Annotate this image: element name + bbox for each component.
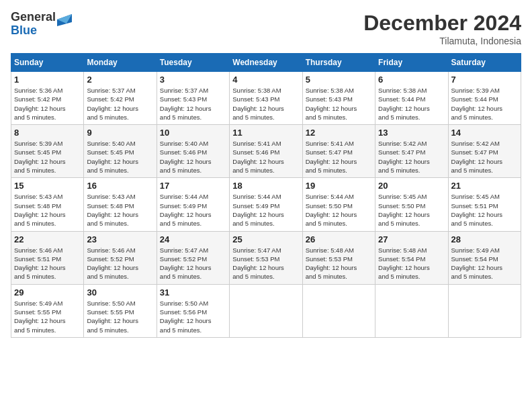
header-thursday: Thursday: [302, 54, 375, 72]
empty-cell-w4-6: [448, 284, 521, 337]
day-cell-8: 8Sunrise: 5:39 AMSunset: 5:45 PMDaylight…: [11, 125, 84, 178]
location-subtitle: Tilamuta, Indonesia: [363, 36, 521, 46]
day-info-24: Sunrise: 5:47 AMSunset: 5:52 PMDaylight:…: [160, 246, 226, 281]
day-cell-22: 22Sunrise: 5:46 AMSunset: 5:51 PMDayligh…: [11, 231, 84, 284]
day-cell-13: 13Sunrise: 5:42 AMSunset: 5:47 PMDayligh…: [375, 125, 448, 178]
day-info-21: Sunrise: 5:45 AMSunset: 5:51 PMDaylight:…: [451, 192, 518, 228]
day-number-31: 31: [160, 287, 226, 298]
day-number-9: 9: [87, 128, 153, 138]
day-number-29: 29: [14, 287, 81, 298]
day-cell-26: 26Sunrise: 5:48 AMSunset: 5:53 PMDayligh…: [302, 231, 375, 284]
day-cell-1: 1Sunrise: 5:36 AMSunset: 5:42 PMDaylight…: [11, 72, 84, 125]
header-monday: Monday: [84, 54, 157, 72]
day-cell-14: 14Sunrise: 5:42 AMSunset: 5:47 PMDayligh…: [448, 125, 521, 178]
week-row-2: 8Sunrise: 5:39 AMSunset: 5:45 PMDaylight…: [11, 125, 521, 178]
day-cell-18: 18Sunrise: 5:44 AMSunset: 5:49 PMDayligh…: [230, 178, 302, 231]
day-info-13: Sunrise: 5:42 AMSunset: 5:47 PMDaylight:…: [378, 139, 445, 175]
day-info-14: Sunrise: 5:42 AMSunset: 5:47 PMDaylight:…: [451, 139, 518, 175]
day-cell-4: 4Sunrise: 5:38 AMSunset: 5:43 PMDaylight…: [230, 72, 302, 125]
day-cell-25: 25Sunrise: 5:47 AMSunset: 5:53 PMDayligh…: [230, 231, 302, 284]
day-number-21: 21: [451, 181, 518, 191]
day-info-9: Sunrise: 5:40 AMSunset: 5:45 PMDaylight:…: [87, 139, 153, 175]
day-number-14: 14: [451, 128, 518, 138]
day-info-10: Sunrise: 5:40 AMSunset: 5:46 PMDaylight:…: [160, 139, 226, 175]
day-number-1: 1: [14, 75, 81, 85]
day-info-31: Sunrise: 5:50 AMSunset: 5:56 PMDaylight:…: [160, 299, 226, 334]
day-info-3: Sunrise: 5:37 AMSunset: 5:43 PMDaylight:…: [160, 86, 226, 122]
day-info-22: Sunrise: 5:46 AMSunset: 5:51 PMDaylight:…: [14, 246, 81, 281]
day-cell-20: 20Sunrise: 5:45 AMSunset: 5:50 PMDayligh…: [375, 178, 448, 231]
day-info-7: Sunrise: 5:39 AMSunset: 5:44 PMDaylight:…: [451, 86, 518, 122]
day-info-30: Sunrise: 5:50 AMSunset: 5:55 PMDaylight:…: [87, 299, 153, 334]
day-number-17: 17: [160, 181, 226, 191]
header-friday: Friday: [375, 54, 448, 72]
day-cell-3: 3Sunrise: 5:37 AMSunset: 5:43 PMDaylight…: [157, 72, 229, 125]
day-cell-27: 27Sunrise: 5:48 AMSunset: 5:54 PMDayligh…: [375, 231, 448, 284]
day-info-15: Sunrise: 5:43 AMSunset: 5:48 PMDaylight:…: [14, 192, 81, 228]
day-info-2: Sunrise: 5:37 AMSunset: 5:42 PMDaylight:…: [87, 86, 153, 122]
day-info-26: Sunrise: 5:48 AMSunset: 5:53 PMDaylight:…: [306, 246, 372, 281]
day-info-16: Sunrise: 5:43 AMSunset: 5:48 PMDaylight:…: [87, 192, 153, 228]
day-number-4: 4: [232, 75, 299, 85]
header-wednesday: Wednesday: [230, 54, 302, 72]
header-sunday: Sunday: [11, 54, 84, 72]
day-cell-30: 30Sunrise: 5:50 AMSunset: 5:55 PMDayligh…: [84, 284, 157, 337]
day-number-27: 27: [378, 234, 445, 244]
day-number-19: 19: [306, 181, 372, 191]
week-row-5: 29Sunrise: 5:49 AMSunset: 5:55 PMDayligh…: [11, 284, 521, 337]
day-info-29: Sunrise: 5:49 AMSunset: 5:55 PMDaylight:…: [14, 299, 81, 334]
day-cell-5: 5Sunrise: 5:38 AMSunset: 5:43 PMDaylight…: [302, 72, 375, 125]
day-info-25: Sunrise: 5:47 AMSunset: 5:53 PMDaylight:…: [232, 246, 299, 281]
day-number-28: 28: [451, 234, 518, 244]
day-number-12: 12: [306, 128, 372, 138]
day-cell-7: 7Sunrise: 5:39 AMSunset: 5:44 PMDaylight…: [448, 72, 521, 125]
day-cell-19: 19Sunrise: 5:44 AMSunset: 5:50 PMDayligh…: [302, 178, 375, 231]
day-number-15: 15: [14, 181, 81, 191]
day-number-23: 23: [87, 234, 153, 244]
day-number-7: 7: [451, 75, 518, 85]
logo-bird-icon: [57, 14, 72, 34]
day-number-13: 13: [378, 128, 445, 138]
day-info-11: Sunrise: 5:41 AMSunset: 5:46 PMDaylight:…: [232, 139, 299, 175]
day-cell-21: 21Sunrise: 5:45 AMSunset: 5:51 PMDayligh…: [448, 178, 521, 231]
day-cell-11: 11Sunrise: 5:41 AMSunset: 5:46 PMDayligh…: [230, 125, 302, 178]
day-info-8: Sunrise: 5:39 AMSunset: 5:45 PMDaylight:…: [14, 139, 81, 175]
day-number-5: 5: [306, 75, 372, 85]
day-number-30: 30: [87, 287, 153, 298]
day-cell-17: 17Sunrise: 5:44 AMSunset: 5:49 PMDayligh…: [157, 178, 229, 231]
day-number-10: 10: [160, 128, 226, 138]
day-cell-31: 31Sunrise: 5:50 AMSunset: 5:56 PMDayligh…: [157, 284, 229, 337]
day-cell-16: 16Sunrise: 5:43 AMSunset: 5:48 PMDayligh…: [84, 178, 157, 231]
week-row-1: 1Sunrise: 5:36 AMSunset: 5:42 PMDaylight…: [11, 72, 521, 125]
day-cell-15: 15Sunrise: 5:43 AMSunset: 5:48 PMDayligh…: [11, 178, 84, 231]
day-number-11: 11: [232, 128, 299, 138]
day-info-12: Sunrise: 5:41 AMSunset: 5:47 PMDaylight:…: [306, 139, 372, 175]
day-number-25: 25: [232, 234, 299, 244]
empty-cell-w4-3: [230, 284, 302, 337]
page-header: General Blue December 2024 Tilamuta, Ind…: [11, 11, 521, 46]
day-cell-10: 10Sunrise: 5:40 AMSunset: 5:46 PMDayligh…: [157, 125, 229, 178]
day-cell-24: 24Sunrise: 5:47 AMSunset: 5:52 PMDayligh…: [157, 231, 229, 284]
header-tuesday: Tuesday: [157, 54, 229, 72]
day-cell-29: 29Sunrise: 5:49 AMSunset: 5:55 PMDayligh…: [11, 284, 84, 337]
day-info-18: Sunrise: 5:44 AMSunset: 5:49 PMDaylight:…: [232, 192, 299, 228]
calendar-header-row: SundayMondayTuesdayWednesdayThursdayFrid…: [11, 54, 521, 72]
day-number-24: 24: [160, 234, 226, 244]
empty-cell-w4-4: [302, 284, 375, 337]
day-info-6: Sunrise: 5:38 AMSunset: 5:44 PMDaylight:…: [378, 86, 445, 122]
header-saturday: Saturday: [448, 54, 521, 72]
day-info-28: Sunrise: 5:49 AMSunset: 5:54 PMDaylight:…: [451, 246, 518, 281]
day-cell-12: 12Sunrise: 5:41 AMSunset: 5:47 PMDayligh…: [302, 125, 375, 178]
empty-cell-w4-5: [375, 284, 448, 337]
logo: General Blue: [11, 11, 72, 38]
day-info-27: Sunrise: 5:48 AMSunset: 5:54 PMDaylight:…: [378, 246, 445, 281]
day-cell-23: 23Sunrise: 5:46 AMSunset: 5:52 PMDayligh…: [84, 231, 157, 284]
day-number-22: 22: [14, 234, 81, 244]
day-info-19: Sunrise: 5:44 AMSunset: 5:50 PMDaylight:…: [306, 192, 372, 228]
title-section: December 2024 Tilamuta, Indonesia: [363, 11, 521, 46]
day-number-3: 3: [160, 75, 226, 85]
day-number-20: 20: [378, 181, 445, 191]
day-number-26: 26: [306, 234, 372, 244]
day-number-18: 18: [232, 181, 299, 191]
day-info-17: Sunrise: 5:44 AMSunset: 5:49 PMDaylight:…: [160, 192, 226, 228]
